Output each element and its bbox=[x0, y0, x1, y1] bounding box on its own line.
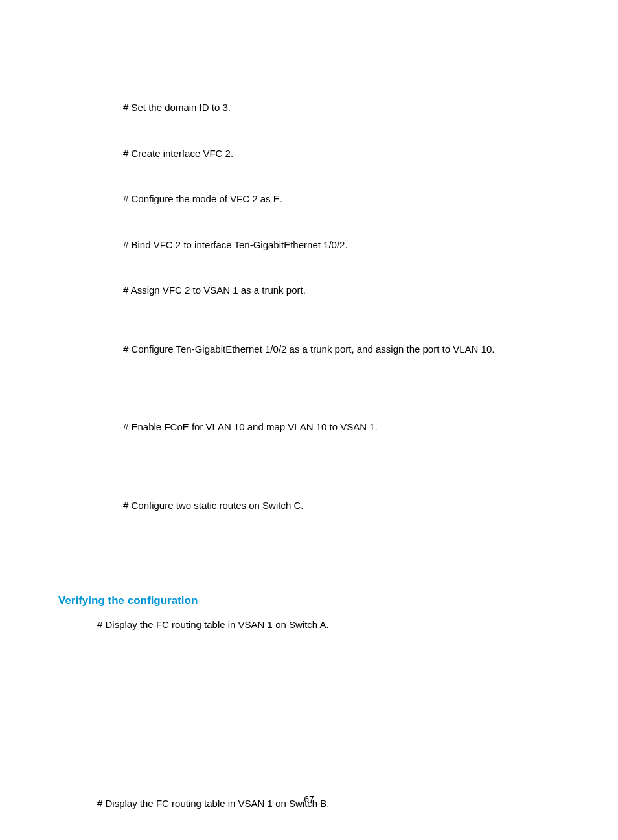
instruction-text: # Configure the mode of VFC 2 as E. bbox=[123, 192, 560, 207]
instruction-text: # Display the FC routing table in VSAN 1… bbox=[97, 618, 560, 633]
instruction-text: # Create interface VFC 2. bbox=[123, 146, 560, 161]
instruction-text: # Enable FCoE for VLAN 10 and map VLAN 1… bbox=[123, 420, 560, 435]
instruction-text: # Assign VFC 2 to VSAN 1 as a trunk port… bbox=[123, 283, 560, 298]
instruction-text: # Bind VFC 2 to interface Ten-GigabitEth… bbox=[123, 238, 560, 253]
page-number: 67 bbox=[0, 794, 618, 804]
instruction-text: # Configure Ten-GigabitEthernet 1/0/2 as… bbox=[123, 342, 560, 357]
instruction-text: # Set the domain ID to 3. bbox=[123, 100, 560, 115]
instruction-text: # Configure two static routes on Switch … bbox=[123, 498, 560, 513]
section-heading: Verifying the configuration bbox=[58, 594, 560, 607]
